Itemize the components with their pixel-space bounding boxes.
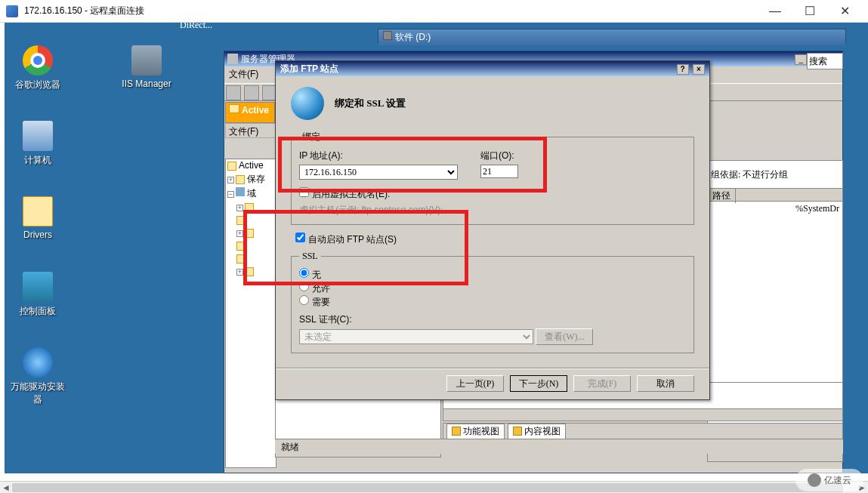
- rdp-icon: [6, 5, 18, 17]
- status-bar: 就绪: [275, 439, 843, 454]
- chrome-icon: [23, 45, 53, 75]
- port-input[interactable]: [480, 165, 518, 178]
- domain-icon: [236, 187, 245, 196]
- dialog-heading: 绑定和 SSL 设置: [335, 97, 406, 110]
- collapse-icon[interactable]: −: [227, 191, 234, 198]
- vhost-hint: 虚拟主机(示例: ftp.contoso.com)(V):: [299, 204, 686, 217]
- horizontal-scrollbar[interactable]: ◄ ►: [0, 481, 868, 493]
- group-by-label: 组依据: 不进行分组: [711, 168, 788, 181]
- menu-bar-file[interactable]: 文件(F): [225, 123, 276, 138]
- expand-icon[interactable]: +: [227, 177, 234, 183]
- tab-content-view[interactable]: 内容视图: [508, 424, 566, 439]
- next-button[interactable]: 下一步(N): [510, 375, 567, 392]
- active-directory-header: Active: [225, 102, 275, 123]
- help-button[interactable]: ?: [677, 64, 689, 75]
- gear-icon: [23, 347, 53, 377]
- back-icon[interactable]: [226, 85, 241, 100]
- folder-icon: [236, 216, 246, 225]
- folder-icon: [236, 254, 246, 263]
- desktop-icon-label[interactable]: DiRect...: [180, 23, 212, 31]
- path-cell: %SystemDr: [795, 203, 839, 214]
- dialog-title: 添加 FTP 站点: [280, 63, 675, 75]
- drive-icon: [383, 31, 392, 40]
- folder-icon: [245, 229, 254, 238]
- ssl-none-radio[interactable]: [299, 268, 309, 278]
- minimize-button[interactable]: _: [795, 54, 807, 65]
- folder-icon: [245, 203, 254, 212]
- explorer-window[interactable]: 软件 (D:): [378, 29, 846, 44]
- scroll-left-icon[interactable]: ◄: [0, 482, 12, 493]
- folder-icon: [245, 267, 254, 276]
- tab-features-view[interactable]: 功能视图: [446, 424, 505, 439]
- desktop-icon-computer[interactable]: 计算机: [9, 121, 66, 169]
- close-button[interactable]: ×: [693, 64, 705, 75]
- maximize-button[interactable]: ☐: [792, 0, 827, 23]
- watermark: 亿速云: [795, 469, 863, 491]
- rdp-titlebar: 172.16.16.150 - 远程桌面连接 — ☐ ✕: [0, 0, 868, 23]
- minimize-button[interactable]: —: [758, 0, 792, 23]
- ssl-cert-select: 未选定: [299, 329, 533, 344]
- server-icon: [131, 45, 162, 75]
- forward-icon[interactable]: [244, 85, 259, 100]
- cancel-button[interactable]: 取消: [637, 375, 694, 392]
- folder-icon: [227, 162, 236, 171]
- add-ftp-site-dialog: 添加 FTP 站点 ? × 绑定和 SSL 设置 绑定 IP 地址(A):: [275, 60, 710, 400]
- computer-icon: [23, 121, 53, 151]
- close-button[interactable]: ✕: [827, 0, 862, 23]
- ssl-allow-radio[interactable]: [299, 282, 309, 291]
- ssl-require-radio[interactable]: [299, 295, 309, 305]
- previous-button[interactable]: 上一页(P): [446, 375, 504, 392]
- auto-start-label: 自动启动 FTP 站点(S): [308, 234, 397, 245]
- remote-desktop-area: DiRect... 谷歌浏览器 IIS Manager 计算机 Drivers …: [5, 23, 868, 473]
- tab-icon: [513, 427, 522, 436]
- cloud-icon: [808, 473, 821, 487]
- folder-icon: [236, 242, 246, 251]
- desktop-icon-driver-installer[interactable]: 万能驱动安装器: [9, 347, 66, 408]
- globe-icon: [291, 87, 324, 120]
- desktop-icon-chrome[interactable]: 谷歌浏览器: [9, 45, 66, 94]
- folder-icon: [229, 104, 239, 113]
- app-icon: [227, 54, 238, 64]
- dialog-titlebar[interactable]: 添加 FTP 站点 ? ×: [276, 61, 709, 76]
- desktop-icon-control-panel[interactable]: 控制面板: [9, 272, 66, 320]
- search-input[interactable]: 搜索: [807, 53, 843, 69]
- view-cert-button: 查看(W)...: [536, 328, 593, 345]
- view-tabs: 功能视图 内容视图: [443, 423, 843, 439]
- tree-panel[interactable]: Active + 保存 − 域 + + +: [225, 159, 276, 468]
- control-panel-icon: [23, 272, 53, 302]
- desktop-icon-iis[interactable]: IIS Manager: [118, 45, 175, 91]
- tab-icon: [452, 427, 461, 436]
- column-headers[interactable]: 路径: [708, 188, 842, 202]
- vhost-label: 启用虚拟主机名(E):: [312, 189, 390, 199]
- rdp-title: 172.16.16.150 - 远程桌面连接: [24, 5, 758, 17]
- enable-vhost-checkbox[interactable]: [299, 187, 309, 197]
- ssl-cert-label: SSL 证书(C):: [299, 313, 686, 326]
- auto-start-checkbox[interactable]: [295, 233, 305, 242]
- port-label: 端口(O):: [480, 149, 518, 162]
- binding-group: 绑定 IP 地址(A): 172.16.16.150 端口(O): 启用虚拟主机…: [291, 131, 694, 225]
- ssl-group: SSL 无 允许 需要 SSL 证书(C): 未选定 查看(W)...: [291, 251, 694, 353]
- ip-label: IP 地址(A):: [299, 149, 458, 162]
- scroll-thumb[interactable]: [12, 483, 843, 492]
- explorer-title: 软件 (D:): [395, 32, 431, 42]
- folder-icon: [236, 175, 245, 184]
- finish-button: 完成(F): [573, 375, 631, 392]
- ip-address-select[interactable]: 172.16.16.150: [299, 165, 458, 180]
- folder-icon: [23, 196, 53, 226]
- scrollbar[interactable]: [443, 408, 842, 421]
- desktop-icon-drivers[interactable]: Drivers: [9, 196, 66, 242]
